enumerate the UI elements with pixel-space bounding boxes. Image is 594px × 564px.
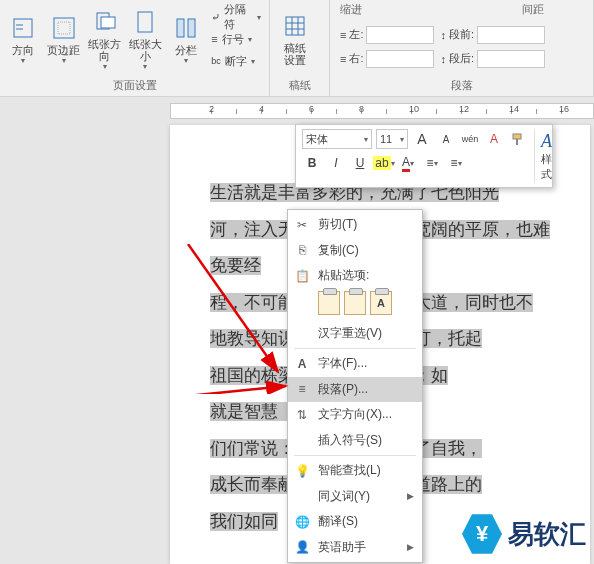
- insert-symbol-item[interactable]: 插入符号(S): [288, 428, 422, 454]
- highlight-button[interactable]: ab▾: [374, 153, 394, 173]
- line-numbers-icon: ≡: [211, 33, 217, 45]
- chevron-down-icon: ▾: [103, 62, 107, 71]
- styles-button[interactable]: A 样式: [534, 129, 552, 183]
- scissors-icon: ✂: [294, 218, 310, 232]
- cut-item[interactable]: ✂剪切(T): [288, 212, 422, 238]
- indent-left-input[interactable]: [366, 26, 434, 44]
- bold-button[interactable]: B: [302, 153, 322, 173]
- chevron-down-icon: ▾: [257, 13, 261, 22]
- pinyin-button[interactable]: wén: [460, 129, 480, 149]
- chevron-down-icon: ▾: [143, 62, 147, 71]
- manuscript-icon: [281, 12, 309, 40]
- chevron-right-icon: ▶: [407, 542, 414, 552]
- grow-font-button[interactable]: A: [412, 129, 432, 149]
- paste-options-label: 📋粘贴选项:: [288, 263, 422, 289]
- breaks-icon: ⤶: [211, 11, 220, 24]
- direction-button[interactable]: 方向 ▾: [4, 6, 43, 72]
- lightbulb-icon: 💡: [294, 464, 310, 478]
- svg-rect-4: [58, 22, 70, 34]
- font-item[interactable]: A字体(F)...: [288, 351, 422, 377]
- page-setup-group-label: 页面设置: [4, 76, 265, 96]
- chevron-down-icon: ▾: [251, 57, 255, 66]
- mini-toolbar: 宋体▾ 11▾ A A wén A B I U ab▾ A▾ ≡▾ ≡▾ A 样…: [295, 124, 553, 188]
- manuscript-label: 稿纸 设置: [284, 42, 306, 66]
- svg-rect-7: [138, 12, 152, 32]
- svg-rect-9: [188, 19, 195, 37]
- columns-button[interactable]: 分栏 ▾: [167, 6, 206, 72]
- underline-button[interactable]: U: [350, 153, 370, 173]
- svg-rect-6: [101, 17, 115, 28]
- format-painter-button[interactable]: [508, 129, 528, 149]
- breaks-button[interactable]: ⤶分隔符▾: [211, 7, 261, 27]
- margins-label: 页边距: [47, 44, 80, 56]
- line-numbers-button[interactable]: ≡行号▾: [211, 29, 261, 49]
- paragraph-icon: ≡: [294, 382, 310, 396]
- paste-merge-button[interactable]: [344, 291, 366, 315]
- manuscript-button[interactable]: 稿纸 设置: [274, 6, 316, 72]
- paste-icon: 📋: [294, 269, 310, 283]
- margins-icon: [50, 14, 78, 42]
- watermark-logo: ¥ 易软汇: [462, 512, 586, 556]
- orientation-label: 纸张方向: [85, 38, 124, 62]
- chevron-right-icon: ▶: [407, 491, 414, 501]
- hex-icon: ¥: [462, 512, 502, 556]
- hanzi-reselect-item[interactable]: 汉字重选(V): [288, 321, 422, 347]
- manuscript-group-label: 稿纸: [274, 76, 325, 96]
- indent-right-input[interactable]: [366, 50, 434, 68]
- paragraph-item[interactable]: ≡段落(P)...: [288, 377, 422, 403]
- copy-icon: ⎘: [294, 243, 310, 257]
- smart-lookup-item[interactable]: 💡智能查找(L): [288, 458, 422, 484]
- text-direction-item[interactable]: ⇅文字方向(X)...: [288, 402, 422, 428]
- direction-icon: [9, 14, 37, 42]
- translate-item[interactable]: 🌐翻译(S): [288, 509, 422, 535]
- spacing-before-input[interactable]: [477, 26, 545, 44]
- font-family-select[interactable]: 宋体▾: [302, 129, 372, 149]
- font-icon: A: [294, 357, 310, 371]
- svg-rect-8: [177, 19, 184, 37]
- chevron-down-icon: ▾: [21, 56, 25, 65]
- synonyms-item[interactable]: 同义词(Y)▶: [288, 484, 422, 510]
- paste-text-only-button[interactable]: A: [370, 291, 392, 315]
- bullets-button[interactable]: ≡▾: [422, 153, 442, 173]
- columns-label: 分栏: [175, 44, 197, 56]
- orientation-button[interactable]: 纸张方向 ▾: [85, 6, 124, 72]
- columns-icon: [172, 14, 200, 42]
- chevron-down-icon: ▾: [184, 56, 188, 65]
- direction-label: 方向: [12, 44, 34, 56]
- translate-icon: 🌐: [294, 515, 310, 529]
- context-menu: ✂剪切(T) ⎘复制(C) 📋粘贴选项: A 汉字重选(V) A字体(F)...…: [287, 209, 423, 563]
- spacing-after-input[interactable]: [477, 50, 545, 68]
- size-icon: [131, 8, 159, 36]
- numbering-button[interactable]: ≡▾: [446, 153, 466, 173]
- paragraph-group-label: 段落: [334, 76, 589, 96]
- shrink-font-button[interactable]: A: [436, 129, 456, 149]
- horizontal-ruler[interactable]: 2 4 6 8 10 12 14 16: [170, 103, 594, 119]
- styles-icon: A: [541, 131, 552, 152]
- font-size-select[interactable]: 11▾: [376, 129, 408, 149]
- hyphenation-icon: bc: [211, 56, 221, 66]
- spacing-after-icon: ↕: [440, 53, 446, 65]
- text-direction-icon: ⇅: [294, 408, 310, 422]
- size-button[interactable]: 纸张大小 ▾: [126, 6, 165, 72]
- indent-right-icon: ≡: [340, 53, 346, 65]
- svg-rect-0: [14, 19, 32, 37]
- svg-rect-15: [513, 134, 521, 139]
- font-color-button[interactable]: A▾: [398, 153, 418, 173]
- italic-button[interactable]: I: [326, 153, 346, 173]
- margins-button[interactable]: 页边距 ▾: [45, 6, 84, 72]
- chevron-down-icon: ▾: [248, 35, 252, 44]
- doc-line[interactable]: 我们如同: [210, 512, 278, 531]
- size-label: 纸张大小: [126, 38, 165, 62]
- spacing-before-icon: ↕: [440, 29, 446, 41]
- paste-keep-source-button[interactable]: [318, 291, 340, 315]
- svg-rect-16: [516, 139, 518, 145]
- assistant-icon: 👤: [294, 540, 310, 554]
- chevron-down-icon: ▾: [62, 56, 66, 65]
- hyphenation-button[interactable]: bc断字▾: [211, 51, 261, 71]
- svg-rect-10: [286, 17, 304, 35]
- clear-format-button[interactable]: A: [484, 129, 504, 149]
- orientation-icon: [91, 8, 119, 36]
- copy-item[interactable]: ⎘复制(C): [288, 238, 422, 264]
- english-assistant-item[interactable]: 👤英语助手▶: [288, 535, 422, 561]
- svg-rect-3: [54, 18, 74, 38]
